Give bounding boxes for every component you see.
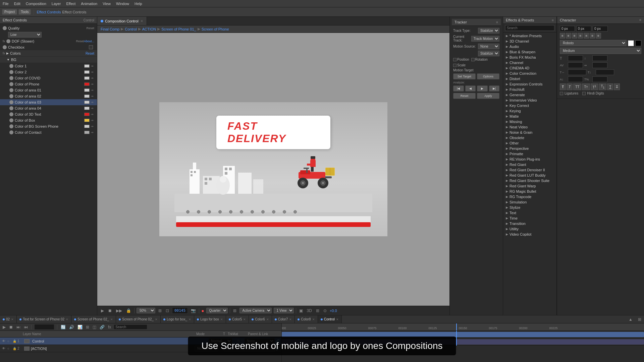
char-indent3-input[interactable] xyxy=(593,26,608,32)
reset-quality-btn[interactable]: Reset xyxy=(86,26,94,30)
ep-frischluft[interactable]: ▶Frischluft xyxy=(503,87,556,92)
color-item-area02[interactable]: Color of area 02 ⇒ xyxy=(0,93,97,99)
align-left-btn[interactable]: ≡ xyxy=(560,33,565,39)
color-item-3dtext[interactable]: Color of 3D Text ⇒ xyxy=(0,111,97,117)
vc-grid-btn[interactable]: ⊞ xyxy=(232,308,237,313)
ep-revisionplugins[interactable]: ▶RE:Vision Plug-ins xyxy=(503,157,556,162)
tracker-cb-scale[interactable]: Scale xyxy=(453,63,466,67)
char-scalev-input[interactable]: 100 % xyxy=(596,69,614,75)
effects-search-input[interactable] xyxy=(505,25,554,31)
ep-keying[interactable]: ▶Keying xyxy=(503,108,556,114)
ep-text[interactable]: ▶Text xyxy=(503,210,556,216)
breadcrumb-screenphone[interactable]: Screen of Phone xyxy=(202,27,229,31)
vc-camera-btn[interactable]: 📷 xyxy=(190,308,197,313)
close-comp-tab[interactable]: ✕ xyxy=(141,19,143,23)
tracker-motionsource-select[interactable]: None xyxy=(478,44,499,49)
tracker-cb-position[interactable]: Position xyxy=(453,58,469,61)
tl-parent-btn[interactable]: 🔗 xyxy=(99,325,105,329)
tracker-settarget-btn[interactable]: Set Target xyxy=(453,73,476,79)
ep-cinema4d[interactable]: ▶CINEMA 4D xyxy=(503,65,556,71)
tl-tab-color6[interactable]: Color6 ✕ xyxy=(249,315,272,323)
ep-audio[interactable]: ▶Audio xyxy=(503,44,556,49)
align-justify3-btn[interactable]: ≡ xyxy=(590,33,595,39)
color-item-area04[interactable]: Color of area 04 ⇒ xyxy=(0,105,97,111)
tracker-currenttrack-select[interactable]: Track Motion xyxy=(471,36,499,42)
vc-play-btn[interactable]: ▶ xyxy=(100,308,105,313)
breadcrumb-control[interactable]: Control xyxy=(125,27,137,31)
tl-tab-color5[interactable]: Color5 ✕ xyxy=(226,315,249,323)
menu-effect[interactable]: Effect xyxy=(66,2,75,6)
ep-red-giant-warp[interactable]: ▶Red Giant Warp xyxy=(503,183,556,189)
menu-layer[interactable]: Layer xyxy=(52,2,61,6)
color-item-area03[interactable]: Color of area 03 ⇒ xyxy=(0,99,97,105)
char-size-input[interactable]: 17 px xyxy=(568,55,583,61)
effects-menu-icon[interactable]: ≡ xyxy=(552,18,554,22)
char-upper-btn[interactable]: TT xyxy=(573,83,581,90)
ep-channel[interactable]: ▶Channel xyxy=(503,60,556,65)
color-box-swatch[interactable] xyxy=(84,119,90,122)
breadcrumb-screenphone01[interactable]: Screen of Phone 01_ xyxy=(161,27,196,31)
vc-time-display[interactable]: 00145 xyxy=(172,307,188,314)
char-strike-btn[interactable]: T xyxy=(614,83,620,90)
ep-distort[interactable]: ▶Distort xyxy=(503,76,556,81)
ep-expression-controls[interactable]: ▶Expression Controls xyxy=(503,81,556,87)
tl-tab-logobox1[interactable]: Logo for box_ ✕ xyxy=(161,315,194,323)
color-item-phone[interactable]: Color of Phone ⇒ xyxy=(0,81,97,87)
ep-stylize[interactable]: ▶Stylize xyxy=(503,205,556,210)
char-leading-input[interactable]: Auto xyxy=(592,55,607,61)
menu-file[interactable]: File xyxy=(3,2,9,6)
char-tsume-input[interactable]: 0 % xyxy=(592,76,607,82)
menu-window[interactable]: Window xyxy=(116,2,129,6)
char-lig-checkbox[interactable] xyxy=(560,92,563,95)
char-indent2-input[interactable] xyxy=(576,26,591,32)
ep-obsolete[interactable]: ▶Obsolete xyxy=(503,135,556,140)
color-1-swatch[interactable] xyxy=(84,64,90,68)
vc-region-btn[interactable]: ▣ xyxy=(298,308,304,313)
ep-primatte[interactable]: ▶Primatte xyxy=(503,151,556,157)
color-item-box[interactable]: Color of Box ⇒ xyxy=(0,117,97,123)
char-indent1-input[interactable] xyxy=(560,26,575,32)
ep-rg-trapcode[interactable]: ▶RG Trapcode xyxy=(503,194,556,199)
ep-immersive-video[interactable]: ▶Immersive Video xyxy=(503,98,556,103)
color-3dtext-swatch[interactable] xyxy=(84,113,90,116)
ep-missing[interactable]: ▶Missing xyxy=(503,119,556,124)
tl-mode-btn[interactable]: ◫ xyxy=(92,325,97,329)
tracker-cb-rotation[interactable]: Rotation xyxy=(471,58,488,61)
tl-play-btn[interactable]: ▶ xyxy=(2,325,6,329)
color-item-covid[interactable]: Color of COVID ⇒ xyxy=(0,75,97,81)
ep-animation-presets[interactable]: ▶* Animation Presets xyxy=(503,33,556,39)
color-bgscreen-swatch[interactable] xyxy=(84,125,90,128)
ep-color-correction[interactable]: ▶Color Correction xyxy=(503,71,556,76)
tl-expr-btn[interactable]: fx xyxy=(107,325,112,329)
ep-transition[interactable]: ▶Transition xyxy=(503,221,556,226)
tl-fwd-btn[interactable]: ⏭ xyxy=(16,325,21,329)
ep-red-giant[interactable]: ▶Red Giant xyxy=(503,162,556,167)
tl-tab-textscreen[interactable]: Text for Screen of Phone 02 ✕ xyxy=(17,315,71,323)
tl-row2-lock[interactable]: 🔒 xyxy=(12,347,17,350)
tl-expand-btn[interactable]: ▲ xyxy=(626,317,635,322)
ep-generate[interactable]: ▶Generate xyxy=(503,92,556,98)
reset-dof-btn[interactable]: Reset xyxy=(76,40,84,43)
char-font-select[interactable]: Roboto xyxy=(560,40,627,46)
ep-other[interactable]: ▶Other xyxy=(503,140,556,146)
toolbar-tools-btn[interactable]: Tools xyxy=(18,9,31,15)
tl-row1-eye[interactable]: 👁 xyxy=(1,339,7,343)
char-style-select[interactable]: Medium xyxy=(560,48,641,54)
ep-blur-sharpen[interactable]: ▶Blue & Sharpen xyxy=(503,49,556,55)
tl-row2-name[interactable]: [ACTION] xyxy=(31,347,195,351)
align-justify4-btn[interactable]: ≡ xyxy=(596,33,601,39)
vc-ram-preview-btn[interactable]: ▶▶ xyxy=(115,308,123,313)
breadcrumb-action[interactable]: ACTION xyxy=(142,27,156,31)
color-area01-swatch[interactable] xyxy=(84,88,90,92)
toolbar-project-btn[interactable]: Project xyxy=(2,9,17,15)
tl-collapse-btn[interactable]: ⊞ xyxy=(635,317,644,322)
tracker-apply-btn[interactable]: Apply xyxy=(477,93,499,99)
tl-grid-btn[interactable]: ⊞ xyxy=(85,325,90,329)
ep-time[interactable]: ▶Time xyxy=(503,216,556,221)
color-item-area01[interactable]: Color of area 01 ⇒ xyxy=(0,87,97,93)
color-item-2[interactable]: Color 2 ⇒ xyxy=(0,69,97,75)
tl-row1-lock[interactable]: 🔒 xyxy=(12,340,17,343)
color-area03-swatch[interactable] xyxy=(84,101,90,104)
tl-search-input[interactable] xyxy=(114,324,147,329)
char-fill-swatch[interactable] xyxy=(628,40,634,46)
